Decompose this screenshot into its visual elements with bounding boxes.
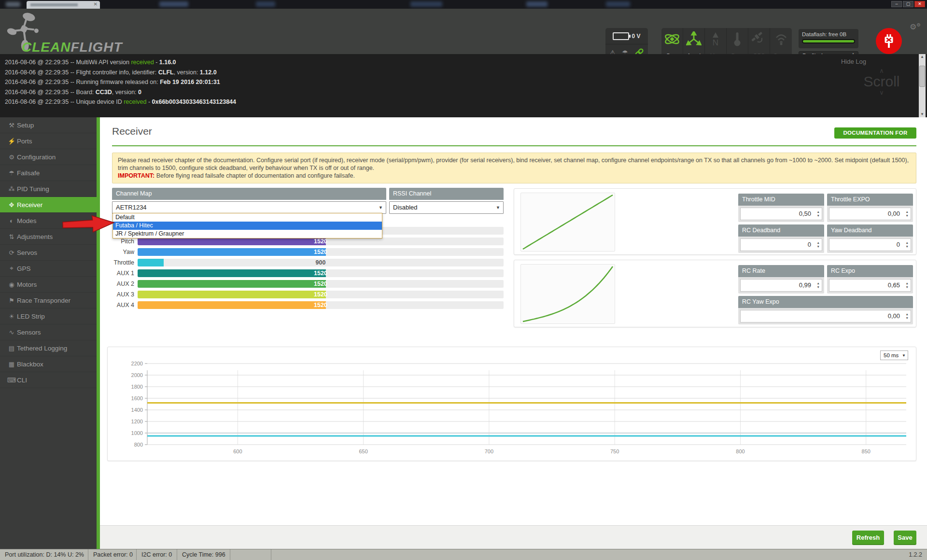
sidebar-item-label: Setup — [17, 122, 34, 129]
browser-blur-decoration — [606, 1, 630, 7]
disconnect-button[interactable] — [876, 28, 902, 54]
tab-close-icon[interactable]: ✕ — [94, 1, 98, 7]
dropdown-option-jr-spektrum-graupner[interactable]: JR / Spektrum / Graupner — [113, 230, 382, 238]
rc-rate-input[interactable]: 0,99 ▲▼ — [740, 279, 822, 292]
channel-label: Yaw — [112, 248, 134, 256]
sidebar-item-receiver[interactable]: ✥Receiver — [0, 197, 97, 213]
browser-chrome: ✕ – ▢ ✕ — [0, 0, 927, 9]
expo-curve-graph — [520, 264, 615, 324]
scrollbar-thumb[interactable] — [919, 66, 925, 87]
window-minimize-button[interactable]: – — [891, 1, 902, 7]
spinner-icon[interactable]: ▲▼ — [906, 210, 909, 218]
rc-rate-header: RC Rate — [738, 265, 824, 277]
dropdown-option-default[interactable]: Default — [113, 213, 382, 222]
channel-map-select-value: AETR1234 — [116, 204, 147, 211]
spinner-icon[interactable]: ▲▼ — [817, 281, 820, 289]
channel-meter: 1520 — [138, 280, 504, 288]
log-scrollbar[interactable]: ▲ ▼ — [919, 54, 926, 117]
scrollbar-up-arrow-icon[interactable]: ▲ — [919, 54, 926, 60]
throttle-mid-value: 0,50 — [799, 210, 811, 217]
sidebar-accent-strip — [97, 117, 100, 549]
browser-blur-decoration — [526, 1, 548, 7]
channel-map-table: Channel Map AETR1234 ▼ — [112, 188, 386, 214]
rc-expo-cell: 0,65 ▲▼ — [827, 277, 913, 294]
throttle-mid-header: Throttle MID — [738, 194, 824, 206]
browser-tab[interactable]: ✕ — [27, 1, 100, 9]
sidebar-item-race-transponder[interactable]: ⚑Race Transponder — [0, 293, 97, 308]
channel-label: AUX 4 — [112, 301, 134, 309]
settings-gears-icon[interactable]: ⚙⚙ — [910, 22, 921, 31]
channel-map-select[interactable]: AETR1234 ▼ — [112, 201, 386, 214]
sidebar-item-setup[interactable]: ⚒Setup — [0, 117, 97, 133]
throttle-mid-input[interactable]: 0,50 ▲▼ — [740, 208, 822, 220]
channel-meter-row-aux-4: AUX 41520 — [112, 301, 504, 309]
sidebar-item-label: Failsafe — [17, 169, 40, 177]
spinner-icon[interactable]: ▲▼ — [906, 241, 909, 249]
rc-expo-input[interactable]: 0,65 ▲▼ — [829, 279, 911, 292]
sidebar-item-motors[interactable]: ◉Motors — [0, 277, 97, 293]
sidebar-item-label: Tethered Logging — [17, 345, 67, 352]
window-close-button[interactable]: ✕ — [914, 1, 925, 7]
channel-value: 1520 — [138, 280, 504, 288]
svg-text:750: 750 — [610, 448, 619, 454]
channel-label: AUX 2 — [112, 280, 134, 288]
battery-icon — [613, 32, 629, 40]
channel-value: 1520 — [138, 291, 504, 298]
sidebar-item-cli[interactable]: ⌨CLI — [0, 372, 97, 388]
logging-icon: ▤ — [6, 345, 17, 352]
spinner-icon[interactable]: ▲▼ — [817, 241, 820, 249]
spinner-icon[interactable]: ▲▼ — [817, 210, 820, 218]
channel-meter: 1520 — [138, 248, 504, 256]
sidebar-item-pid-tuning[interactable]: ⁂PID Tuning — [0, 181, 97, 197]
sidebar-item-tethered-logging[interactable]: ▤Tethered Logging — [0, 340, 97, 356]
rc-yaw-expo-input[interactable]: 0,00 ▲▼ — [740, 310, 911, 322]
window-maximize-button[interactable]: ▢ — [903, 1, 913, 7]
sidebar-item-label: GPS — [17, 265, 31, 272]
select-arrow-icon: ▼ — [379, 202, 383, 213]
spinner-icon[interactable]: ▲▼ — [906, 281, 909, 289]
dropdown-option-futaba-hitec[interactable]: Futaba / Hitec — [113, 222, 382, 230]
documentation-button[interactable]: DOCUMENTATION FOR 1.12.0 — [834, 127, 916, 139]
rc-yaw-expo-header: RC Yaw Expo — [738, 296, 913, 308]
sidebar-item-led-strip[interactable]: ☀LED Strip — [0, 308, 97, 324]
sidebar-item-servos[interactable]: ⟳Servos — [0, 245, 97, 261]
sidebar-item-ports[interactable]: ⚡Ports — [0, 133, 97, 149]
log-area: 2016-08-06 @ 22:29:35 -- MultiWii API ve… — [0, 54, 927, 117]
rc-deadband-input[interactable]: 0 ▲▼ — [740, 238, 822, 251]
rssi-select-value: Disabled — [393, 204, 418, 211]
sidebar-item-gps[interactable]: ⌖GPS — [0, 261, 97, 277]
receiver-note: Please read receiver chapter of the docu… — [112, 153, 916, 183]
sidebar-item-label: Race Transponder — [17, 297, 70, 304]
scrollbar-down-arrow-icon[interactable]: ▼ — [919, 112, 926, 117]
save-button[interactable]: Save — [894, 531, 916, 545]
sidebar-item-label: Motors — [17, 281, 37, 288]
channel-meter-row-pitch: Pitch1520 — [112, 238, 504, 245]
servo-icon: ⟳ — [6, 249, 17, 256]
refresh-button[interactable]: Refresh — [852, 531, 884, 545]
sidebar-item-configuration[interactable]: ⚙Configuration — [0, 149, 97, 165]
svg-text:700: 700 — [485, 448, 493, 454]
title-underline — [112, 145, 916, 146]
channel-meter: 1520 — [138, 301, 504, 309]
hide-log-link[interactable]: Hide Log — [841, 58, 866, 65]
sidebar-item-blackbox[interactable]: ▦Blackbox — [0, 356, 97, 372]
channel-meter: 1520 — [138, 238, 504, 245]
dataflash-bar — [802, 39, 855, 43]
yaw-deadband-input[interactable]: 0 ▲▼ — [829, 238, 911, 251]
throttle-expo-input[interactable]: 0,00 ▲▼ — [829, 208, 911, 220]
parachute-icon: ☂ — [6, 169, 17, 177]
sidebar-item-sensors[interactable]: ∿Sensors — [0, 324, 97, 340]
spinner-icon[interactable]: ▲▼ — [906, 312, 909, 320]
refresh-interval-select[interactable]: 50 ms ▼ — [880, 350, 908, 360]
sidebar-item-label: Blackbox — [17, 361, 43, 368]
select-arrow-icon: ▼ — [902, 351, 906, 360]
svg-text:800: 800 — [134, 442, 143, 448]
sidebar-item-failsafe[interactable]: ☂Failsafe — [0, 165, 97, 181]
motor-icon: ◉ — [6, 281, 17, 288]
usb-plug-icon — [883, 34, 895, 48]
sidebar-item-label: Ports — [17, 138, 32, 145]
rssi-channel-table: RSSI Channel Disabled ▼ — [389, 188, 504, 214]
rssi-channel-select[interactable]: Disabled ▼ — [389, 201, 504, 214]
sonar-icon — [770, 30, 792, 48]
status-cell-2: I2C error: 0 — [137, 549, 177, 560]
